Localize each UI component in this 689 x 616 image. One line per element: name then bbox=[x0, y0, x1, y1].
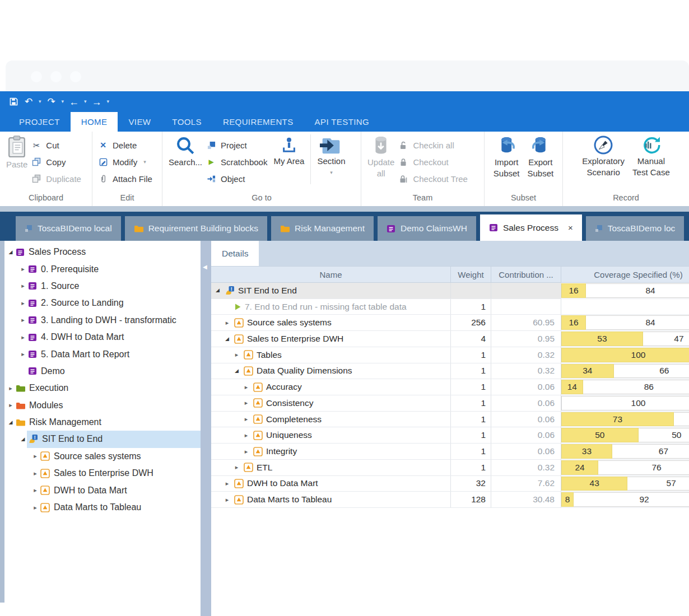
forward-dropdown-caret[interactable]: ▾ bbox=[107, 95, 110, 109]
table-row[interactable]: 7. End to End run - missing fact table d… bbox=[211, 299, 689, 315]
workspace-tab[interactable]: Demo ClaimsWH bbox=[378, 216, 476, 241]
tree-item[interactable]: Demo bbox=[4, 363, 201, 380]
table-row[interactable]: ▸ETL10.322476 bbox=[211, 460, 689, 476]
tree-item[interactable]: ▸DWH to Data Mart bbox=[4, 482, 201, 498]
table-row[interactable]: ◢!SIT End to End1684 bbox=[211, 283, 689, 299]
table-row[interactable]: ◢Data Quality Dimensions10.323466 bbox=[211, 363, 689, 380]
column-header-name[interactable]: Name bbox=[211, 267, 451, 282]
column-header-weight[interactable]: Weight bbox=[451, 267, 491, 282]
tree-item[interactable]: ▸Execution bbox=[4, 380, 201, 396]
expander-collapsed-icon[interactable]: ▸ bbox=[243, 449, 250, 455]
copy-button[interactable]: Copy bbox=[31, 155, 81, 169]
goto-object-button[interactable]: Object bbox=[206, 172, 267, 185]
tree-item[interactable]: ▸5. Data Mart to Report bbox=[4, 346, 201, 362]
ribbon-tab-tools[interactable]: TOOLS bbox=[161, 112, 212, 132]
back-button[interactable]: ← bbox=[69, 95, 79, 109]
expander-collapsed-icon[interactable]: ▸ bbox=[19, 317, 27, 323]
expander-collapsed-icon[interactable]: ▸ bbox=[224, 320, 231, 326]
back-dropdown-caret[interactable]: ▾ bbox=[84, 95, 87, 109]
workspace-tab[interactable]: ToscaBIDemo loc bbox=[586, 216, 685, 241]
table-row[interactable]: ◢Sales to Enterprise DWH40.955347 bbox=[211, 331, 689, 347]
attach-file-button[interactable]: Attach File bbox=[98, 172, 152, 185]
tree-item[interactable]: ▸0. Prerequisite bbox=[4, 260, 201, 277]
tree-item[interactable]: ▸2. Source to Landing bbox=[4, 295, 201, 311]
expander-expanded-icon[interactable]: ◢ bbox=[7, 250, 15, 255]
expander-expanded-icon[interactable]: ◢ bbox=[214, 288, 221, 293]
workspace-tab[interactable]: Requirement Building blocks bbox=[125, 216, 267, 241]
tree-item[interactable]: ◢!SIT End to End bbox=[4, 431, 201, 447]
expander-collapsed-icon[interactable]: ▸ bbox=[243, 432, 250, 438]
expander-collapsed-icon[interactable]: ▸ bbox=[233, 352, 240, 358]
table-row[interactable]: ▸Source sales systems25660.951684 bbox=[211, 315, 689, 331]
table-row[interactable]: ▸Accuracy10.061486 bbox=[211, 379, 689, 395]
ribbon-tab-requirements[interactable]: REQUIREMENTS bbox=[212, 112, 304, 132]
table-row[interactable]: ▸DWH to Data Mart327.624357 bbox=[211, 476, 689, 492]
modify-dropdown-caret[interactable]: ▾ bbox=[143, 159, 146, 165]
ribbon-tab-project[interactable]: PROJECT bbox=[8, 112, 71, 132]
tree-item[interactable]: ◢Risk Management bbox=[4, 414, 201, 431]
tree-item[interactable]: ◢Sales Process bbox=[4, 244, 201, 260]
tree-item[interactable]: ▸3. Landing to DWH - transformatic bbox=[4, 312, 201, 329]
expander-collapsed-icon[interactable]: ▸ bbox=[243, 400, 250, 406]
ribbon-tab-home[interactable]: HOME bbox=[71, 112, 118, 132]
tree-item[interactable]: ▸4. DWH to Data Mart bbox=[4, 329, 201, 346]
expander-collapsed-icon[interactable]: ▸ bbox=[19, 334, 27, 340]
expander-collapsed-icon[interactable]: ▸ bbox=[19, 351, 27, 357]
exploratory-scenario-button[interactable]: Exploratory Scenario bbox=[578, 133, 629, 179]
expander-collapsed-icon[interactable]: ▸ bbox=[243, 384, 250, 390]
cut-button[interactable]: ✂Cut bbox=[31, 138, 81, 152]
expander-collapsed-icon[interactable]: ▸ bbox=[243, 416, 250, 422]
workspace-tab[interactable]: Risk Management bbox=[271, 216, 374, 241]
save-button[interactable] bbox=[8, 95, 18, 109]
forward-button[interactable]: → bbox=[92, 95, 102, 109]
expander-collapsed-icon[interactable]: ▸ bbox=[31, 453, 39, 459]
expander-expanded-icon[interactable]: ◢ bbox=[224, 337, 231, 342]
section-dropdown-caret[interactable]: ▾ bbox=[330, 167, 333, 178]
table-row[interactable]: ▸Data Marts to Tableau12830.48892 bbox=[211, 492, 689, 508]
expander-collapsed-icon[interactable]: ▸ bbox=[233, 464, 240, 470]
ribbon-tab-api-testing[interactable]: API TESTING bbox=[304, 112, 380, 132]
redo-dropdown-caret[interactable]: ▾ bbox=[62, 95, 64, 109]
section-button[interactable]: Section ▾ bbox=[313, 133, 349, 180]
tab-details[interactable]: Details bbox=[211, 241, 259, 266]
delete-button[interactable]: ✕Delete bbox=[98, 138, 152, 152]
expander-collapsed-icon[interactable]: ▸ bbox=[7, 385, 15, 391]
expander-expanded-icon[interactable]: ◢ bbox=[233, 368, 240, 374]
table-row[interactable]: ▸Uniqueness10.065050 bbox=[211, 427, 689, 444]
expander-collapsed-icon[interactable]: ▸ bbox=[224, 480, 231, 487]
expander-expanded-icon[interactable]: ◢ bbox=[7, 420, 15, 425]
panel-splitter[interactable]: ◀ bbox=[201, 241, 211, 616]
export-subset-button[interactable]: Export Subset bbox=[524, 133, 558, 180]
workspace-tab[interactable]: ToscaBIDemo local bbox=[16, 216, 121, 241]
ribbon-tab-view[interactable]: VIEW bbox=[118, 112, 161, 132]
my-area-button[interactable]: My Area bbox=[269, 133, 308, 168]
expander-collapsed-icon[interactable]: ▸ bbox=[224, 497, 231, 503]
close-icon[interactable]: × bbox=[568, 223, 573, 232]
expander-collapsed-icon[interactable]: ▸ bbox=[19, 266, 27, 272]
tree-item[interactable]: ▸1. Source bbox=[4, 278, 201, 295]
tree-item[interactable]: ▸Sales to Enterprise DWH bbox=[4, 465, 201, 482]
expander-collapsed-icon[interactable]: ▸ bbox=[19, 300, 27, 306]
column-header-coverage[interactable]: Coverage Specified (%) bbox=[561, 267, 689, 282]
goto-project-button[interactable]: Project bbox=[206, 138, 267, 152]
workspace-tab[interactable]: Sales Process× bbox=[480, 214, 582, 241]
redo-button[interactable]: ↷ bbox=[46, 95, 57, 109]
tree-scrollbar[interactable] bbox=[0, 241, 4, 603]
collapse-panel-icon[interactable]: ◀ bbox=[203, 264, 207, 270]
expander-collapsed-icon[interactable]: ▸ bbox=[31, 505, 39, 511]
table-row[interactable]: ▸Consistency10.06100 bbox=[211, 395, 689, 412]
search-button[interactable]: Search... bbox=[165, 133, 206, 169]
modify-button[interactable]: Modify ▾ bbox=[98, 155, 152, 169]
column-header-contribution[interactable]: Contribution ... bbox=[491, 267, 561, 282]
tree-item[interactable]: ▸Source sales systems bbox=[4, 448, 201, 465]
table-row[interactable]: ▸Completeness10.0673 bbox=[211, 412, 689, 428]
expander-collapsed-icon[interactable]: ▸ bbox=[31, 487, 39, 493]
undo-button[interactable]: ↶ bbox=[24, 95, 34, 109]
expander-collapsed-icon[interactable]: ▸ bbox=[31, 470, 39, 477]
tree-item[interactable]: ▸Modules bbox=[4, 397, 201, 414]
expander-expanded-icon[interactable]: ◢ bbox=[19, 437, 27, 442]
expander-collapsed-icon[interactable]: ▸ bbox=[19, 283, 27, 289]
tree-item[interactable]: ▸Data Marts to Tableau bbox=[4, 499, 201, 516]
goto-scratchbook-button[interactable]: ▶Scratchbook bbox=[206, 155, 267, 169]
table-row[interactable]: ▸Integrity10.063367 bbox=[211, 444, 689, 460]
